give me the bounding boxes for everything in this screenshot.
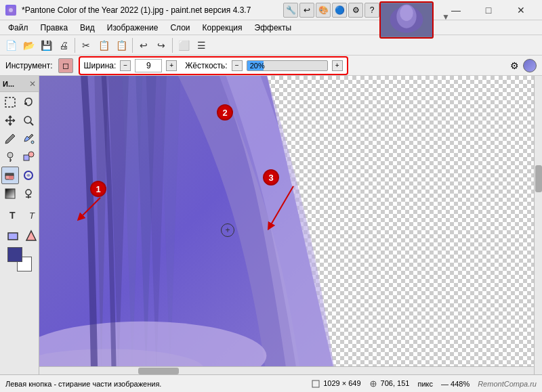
scrollbar-thumb-h[interactable]: [138, 368, 179, 374]
tool-triangle[interactable]: [22, 227, 40, 244]
tool-pencil[interactable]: [1, 130, 19, 148]
settings-icon[interactable]: ⚙: [510, 60, 519, 71]
close-button[interactable]: ✕: [505, 0, 537, 20]
unit: пикс: [417, 380, 433, 388]
watermark: RemontCompa.ru: [478, 380, 537, 388]
menu-image[interactable]: Изображение: [102, 22, 164, 34]
menu-file[interactable]: Файл: [3, 22, 34, 34]
shape-tool-row: [3, 227, 36, 244]
paste-button[interactable]: 📋: [113, 37, 129, 53]
hardness-decrease[interactable]: −: [232, 60, 243, 71]
scrollbar-vertical[interactable]: [534, 76, 542, 374]
tool-brush[interactable]: [1, 148, 19, 166]
view-button[interactable]: ☰: [193, 37, 209, 53]
top-tools: 🔧 ↩ 🎨 🔵 ⚙ ?: [283, 3, 379, 18]
tool-btn-4[interactable]: 🔵: [332, 3, 347, 18]
redo-button[interactable]: ↪: [153, 37, 169, 53]
tool-move[interactable]: [1, 112, 19, 129]
status-text: Левая кнопка - стирание части изображени…: [5, 380, 161, 388]
tool-grid: [0, 92, 39, 204]
cut-button[interactable]: ✂: [78, 37, 94, 53]
svg-point-5: [400, 5, 413, 21]
tool-panel: И... ✕: [0, 76, 39, 374]
tool-highlight-box: Ширина: − + Жёсткость: − 20% +: [79, 56, 348, 75]
text-tool-row: T T: [3, 206, 36, 224]
new-button[interactable]: 📄: [3, 37, 19, 53]
svg-point-13: [28, 152, 34, 157]
svg-rect-28: [312, 380, 319, 387]
tool-eraser[interactable]: [1, 167, 19, 184]
save-button[interactable]: 💾: [38, 37, 54, 53]
tool-panel-label: И...: [3, 80, 14, 88]
zoom-level: — 448%: [441, 380, 470, 388]
svg-line-9: [30, 123, 33, 125]
menu-edit[interactable]: Правка: [35, 22, 74, 34]
tool-lasso[interactable]: [20, 93, 37, 111]
svg-point-11: [7, 152, 13, 158]
copy-button[interactable]: 📋: [96, 37, 112, 53]
foreground-color[interactable]: [7, 247, 22, 262]
tool-recolor[interactable]: [20, 167, 37, 184]
hardness-increase[interactable]: +: [332, 60, 343, 71]
dropdown-arrow[interactable]: ▼: [442, 12, 450, 22]
toolbar: 📄 📂 💾 🖨 ✂ 📋 📋 ↩ ↪ ⬜ ☰: [0, 35, 542, 56]
tool-shapes[interactable]: [20, 148, 37, 166]
tool-rect-select[interactable]: [1, 93, 19, 111]
tool-rect[interactable]: [4, 227, 22, 244]
title-bar-left: *Pantone Color of the Year 2022 (1).jpg …: [5, 5, 251, 16]
svg-rect-24: [8, 233, 18, 240]
tool-text[interactable]: T: [4, 206, 22, 224]
svg-point-7: [24, 102, 27, 105]
svg-rect-16: [5, 173, 14, 175]
preview-thumbnail: [379, 1, 434, 39]
scrollbar-horizontal[interactable]: [39, 366, 534, 374]
coordinates: 706, 151: [369, 379, 410, 388]
sep-3: [172, 38, 173, 53]
svg-rect-18: [5, 189, 15, 198]
undo-button[interactable]: ↩: [136, 37, 152, 53]
scrollbar-thumb-v[interactable]: [535, 165, 542, 192]
hardness-bar: 20%: [247, 60, 328, 71]
menu-view[interactable]: Вид: [75, 22, 100, 34]
print-button[interactable]: 🖨: [56, 37, 72, 53]
color-swatches[interactable]: [7, 247, 32, 271]
tool-btn-2[interactable]: ↩: [299, 3, 314, 18]
menu-layers[interactable]: Слои: [165, 22, 195, 34]
tool-paintbucket[interactable]: [20, 130, 37, 148]
tool-btn-3[interactable]: 🎨: [316, 3, 331, 18]
grid-button[interactable]: ⬜: [175, 37, 192, 53]
hardness-label: Жёсткость:: [185, 61, 227, 70]
width-label: Ширина:: [84, 61, 117, 70]
menu-corrections[interactable]: Коррекция: [197, 22, 248, 34]
tool-text-italic[interactable]: T: [22, 206, 40, 224]
image-size: 1029 × 649: [312, 379, 360, 388]
tool-stamp[interactable]: [20, 185, 37, 202]
tool-zoom[interactable]: [20, 112, 37, 129]
maximize-button[interactable]: □: [473, 0, 504, 20]
sep-2: [132, 38, 133, 53]
svg-rect-12: [24, 155, 29, 160]
svg-point-1: [9, 8, 13, 12]
tool-label: Инструмент:: [5, 61, 53, 70]
hardness-pct: 20%: [250, 62, 265, 70]
tool-btn-6[interactable]: ?: [364, 3, 379, 18]
canvas-svg: [39, 76, 542, 374]
svg-point-19: [26, 190, 31, 195]
canvas-area[interactable]: 1 2 3: [39, 76, 542, 374]
open-button[interactable]: 📂: [20, 37, 37, 53]
tool-gradient[interactable]: [1, 185, 19, 202]
svg-point-8: [24, 116, 31, 123]
main-area: И... ✕: [0, 76, 542, 374]
menu-bar: Файл Правка Вид Изображение Слои Коррекц…: [0, 20, 542, 35]
tool-panel-close[interactable]: ✕: [29, 79, 36, 89]
tool-btn-1[interactable]: 🔧: [283, 3, 298, 18]
eraser-tool-icon[interactable]: ◻: [58, 58, 73, 73]
width-increase[interactable]: +: [166, 60, 177, 71]
menu-effects[interactable]: Эффекты: [249, 22, 297, 34]
tool-panel-header: И... ✕: [0, 76, 39, 92]
tool-btn-5[interactable]: ⚙: [348, 3, 363, 18]
width-input[interactable]: [135, 59, 162, 72]
width-decrease[interactable]: −: [120, 60, 131, 71]
color-wheel-icon[interactable]: [523, 59, 537, 72]
window-controls: — □ ✕: [440, 0, 537, 20]
